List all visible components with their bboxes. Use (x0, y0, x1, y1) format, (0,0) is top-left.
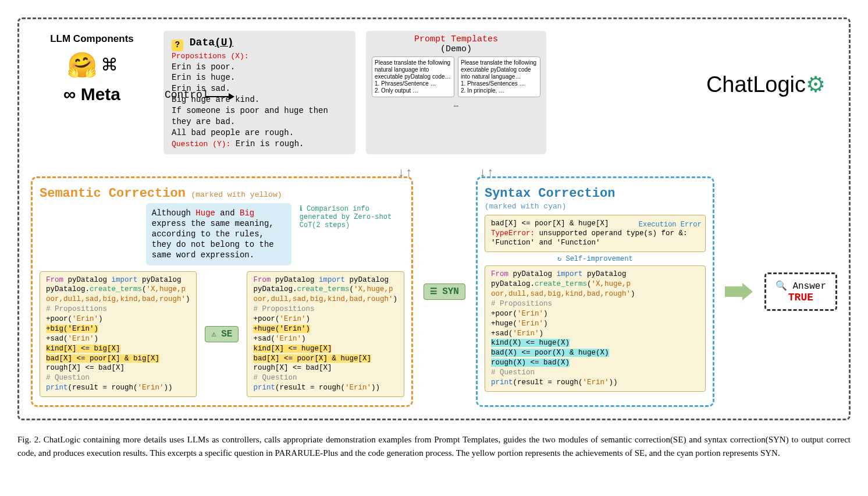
result-arrow-icon (725, 283, 754, 300)
code-box-2: From pyDatalog import pyDatalog pyDatalo… (247, 271, 404, 398)
execution-error: Execution Error (639, 220, 702, 229)
prompt-right: Please translate the following executabl… (458, 56, 540, 97)
code-box-1: From pyDatalog import pyDatalog pyDatalo… (40, 271, 197, 398)
huggingface-icon: 🤗 (67, 51, 97, 81)
syn-badge: SYN (424, 284, 465, 300)
question-icon: ? (172, 40, 183, 51)
syntax-marked: (marked with cyan) (485, 202, 566, 211)
openai-icon: ⌘ (102, 51, 116, 81)
self-improvement: Self-improvement (485, 254, 706, 263)
error-box: Execution Error bad[X] <= poor[X] & huge… (485, 215, 706, 253)
logo-row: 🤗 ⌘ (31, 51, 153, 81)
prompt-title: Prompt Templates (372, 34, 540, 44)
framework-outer: LLM Components 🤗 ⌘ ∞ Meta Control ? Data… (17, 17, 851, 420)
llm-components: LLM Components 🤗 ⌘ ∞ Meta (31, 31, 153, 154)
semantic-title: Semantic Correction (40, 186, 186, 201)
propositions-label: Propositions (X): (172, 51, 347, 62)
semantic-note: Although Huge and Big express the same m… (146, 203, 291, 265)
prompt-demo: (Demo) (372, 44, 540, 54)
data-title: ? Data(U) (172, 36, 347, 51)
typeerror-label: TypeError: (491, 229, 535, 238)
answer-box: Answer TRUE (764, 272, 837, 311)
question-text: Erin is rough. (236, 139, 304, 148)
se-badge: SE (205, 326, 239, 342)
llm-title: LLM Components (31, 33, 153, 45)
code-box-3: From pyDatalog import pyDatalog pyDatalo… (485, 265, 706, 392)
answer-title: Answer (775, 280, 826, 292)
semantic-marked: (marked with yellow) (191, 190, 282, 199)
prompt-left: Please translate the following natural l… (372, 56, 454, 97)
control-label: Control (165, 89, 209, 101)
figure-caption: Fig. 2. ChatLogic containing more detail… (17, 433, 851, 459)
syntax-panel: Syntax Correction (marked with cyan) Exe… (476, 176, 714, 407)
meta-logo: ∞ Meta (31, 84, 153, 104)
top-row: LLM Components 🤗 ⌘ ∞ Meta Control ? Data… (31, 31, 837, 154)
prompt-templates: Prompt Templates (Demo) Please translate… (366, 31, 546, 154)
syntax-title: Syntax Correction (485, 186, 615, 201)
comparison-info: Comparison info generated by Zero-shot C… (300, 204, 404, 229)
answer-value: TRUE (775, 292, 826, 303)
prompt-dots: … (372, 100, 540, 109)
question-label: Question (Y): (172, 140, 230, 148)
chatlogic-logo: ChatLogic⚙ (706, 31, 837, 154)
semantic-panel: Semantic Correction (marked with yellow)… (31, 176, 413, 407)
gear-icon: ⚙ (806, 72, 826, 97)
correction-row: Semantic Correction (marked with yellow)… (31, 176, 837, 407)
